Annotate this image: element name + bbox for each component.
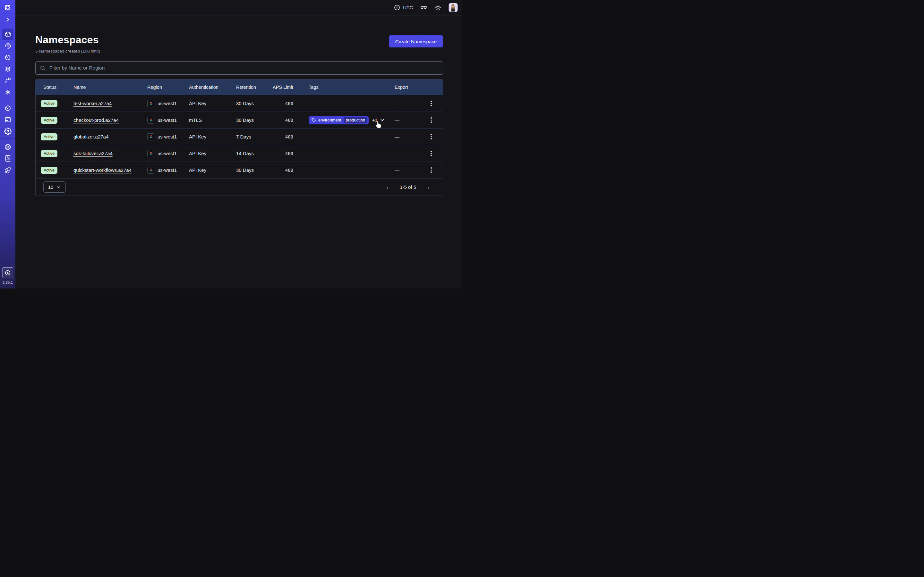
column-header-name[interactable]: Name — [73, 85, 147, 90]
user-avatar[interactable] — [449, 3, 458, 12]
search-icon — [40, 65, 45, 71]
region-label: us-west1 — [158, 101, 177, 106]
main-area: UTC — [15, 0, 462, 288]
tag-key: environment — [318, 118, 341, 122]
namespaces-table: Status Name Region Authentication Retent… — [35, 79, 443, 196]
namespace-link[interactable]: sdk-failover.a27a4 — [73, 151, 113, 156]
status-badge: Active — [41, 167, 57, 174]
region-cell: us-west1 — [147, 167, 189, 174]
sidebar-item-schedules[interactable] — [2, 52, 13, 63]
column-header-aps[interactable]: APS Limit — [273, 85, 309, 90]
filter-input[interactable] — [49, 65, 439, 71]
theme-toggle-button[interactable] — [435, 4, 441, 11]
sidebar-item-workflows[interactable] — [2, 75, 13, 86]
create-namespace-button[interactable]: Create Namespace — [389, 35, 443, 47]
column-header-tags[interactable]: Tags — [309, 85, 395, 90]
timezone-label: UTC — [403, 5, 413, 10]
column-header-export[interactable]: Export — [395, 85, 427, 90]
retention-label: 14 Days — [236, 151, 273, 156]
page-title: Namespaces — [35, 34, 100, 45]
retention-label: 30 Days — [236, 167, 273, 173]
gcp-cloud-icon — [147, 150, 154, 157]
tag-value: production — [344, 117, 368, 123]
table-row[interactable]: Active test-worker.a27a4 — [36, 95, 443, 111]
sun-icon — [435, 4, 441, 11]
readability-glasses-button[interactable] — [420, 4, 427, 11]
gcp-cloud-icon — [147, 100, 154, 107]
timezone-selector[interactable]: UTC — [394, 4, 413, 11]
dollar-seal-icon: $ — [4, 269, 11, 276]
row-menu-button[interactable] — [427, 148, 435, 159]
next-page-button[interactable]: → — [425, 184, 431, 190]
docs-book-icon — [4, 155, 11, 162]
sidebar-divider — [0, 138, 15, 139]
row-menu-button[interactable] — [427, 98, 435, 109]
region-label: us-west1 — [158, 134, 177, 139]
sidebar-divider — [0, 101, 15, 101]
sidebar-item-deployments[interactable] — [2, 63, 13, 75]
layers-icon — [4, 65, 11, 73]
namespace-link[interactable]: checkout-prod.a27a4 — [73, 117, 119, 123]
sidebar-expand-button[interactable] — [4, 16, 11, 23]
tag-pill[interactable]: environment production — [309, 116, 368, 124]
status-badge: Active — [41, 100, 57, 107]
sidebar-item-getting-started[interactable] — [2, 164, 13, 176]
sidebar-item-support[interactable] — [2, 141, 13, 153]
chevron-down-icon[interactable] — [380, 117, 385, 123]
aps-limit-value: 400 — [273, 151, 309, 156]
auth-label: mTLS — [189, 117, 236, 123]
region-label: us-west1 — [158, 117, 177, 123]
radar-icon — [4, 42, 11, 50]
lifebuoy-icon — [4, 143, 11, 151]
column-header-auth[interactable]: Authentication — [189, 85, 236, 90]
chevron-down-icon — [57, 185, 61, 189]
column-header-region[interactable]: Region — [147, 85, 189, 90]
auth-label: API Key — [189, 101, 236, 106]
gear-icon — [4, 127, 11, 135]
page-size-value: 10 — [48, 184, 53, 190]
table-footer: 10 ← 1-5 of 5 → — [36, 178, 443, 195]
rocket-icon — [4, 166, 11, 174]
row-menu-button[interactable] — [427, 132, 435, 142]
namespace-link[interactable]: test-worker.a27a4 — [73, 101, 111, 106]
region-cell: us-west1 — [147, 133, 189, 140]
sidebar-item-namespaces[interactable] — [2, 29, 13, 40]
sidebar-item-settings[interactable] — [2, 126, 13, 137]
sidebar-item-usage[interactable] — [2, 103, 13, 114]
temporal-logo-icon[interactable] — [3, 3, 12, 12]
credits-badge-button[interactable]: $ — [2, 268, 13, 278]
row-menu-button[interactable] — [427, 115, 435, 125]
row-menu-button[interactable] — [427, 165, 435, 175]
table-row[interactable]: Active quickstart-workflows.a27a4 — [36, 161, 443, 178]
namespace-link[interactable]: globalizer.a27a4 — [73, 134, 108, 139]
filter-bar[interactable] — [35, 61, 443, 75]
page-heading-block: Namespaces 5 Namespaces created (100 lim… — [35, 34, 100, 54]
column-header-retention[interactable]: Retention — [236, 85, 273, 90]
topbar: UTC — [15, 0, 462, 15]
tag-icon — [312, 118, 316, 122]
region-label: us-west1 — [158, 167, 177, 173]
retention-label: 30 Days — [236, 101, 273, 106]
sidebar-item-nexus[interactable] — [2, 86, 13, 98]
column-header-status[interactable]: Status — [36, 85, 73, 90]
region-cell: us-west1 — [147, 100, 189, 107]
previous-page-button[interactable]: ← — [385, 184, 391, 190]
table-body: Active test-worker.a27a4 — [36, 95, 443, 178]
tags-more-count[interactable]: +1 — [372, 118, 377, 123]
sidebar-item-docs[interactable] — [2, 153, 13, 164]
retention-label: 7 Days — [236, 134, 273, 139]
table-row[interactable]: Active globalizer.a27a4 — [36, 128, 443, 145]
table-row[interactable]: Active sdk-failover.a27a4 — [36, 145, 443, 161]
export-value: — — [395, 134, 427, 139]
namespace-link[interactable]: quickstart-workflows.a27a4 — [73, 167, 132, 173]
sidebar-item-billing[interactable] — [2, 114, 13, 126]
gauge-icon — [4, 105, 11, 112]
auth-label: API Key — [189, 167, 236, 173]
tags-cell: environment production +1 — [309, 116, 395, 124]
timer-icon — [4, 54, 11, 61]
table-row[interactable]: Active checkout-prod.a27a4 — [36, 111, 443, 128]
gcp-cloud-icon — [147, 117, 154, 124]
page-size-select[interactable]: 10 — [43, 181, 66, 193]
sidebar-item-monitors[interactable] — [2, 40, 13, 52]
glasses-icon — [420, 4, 427, 11]
